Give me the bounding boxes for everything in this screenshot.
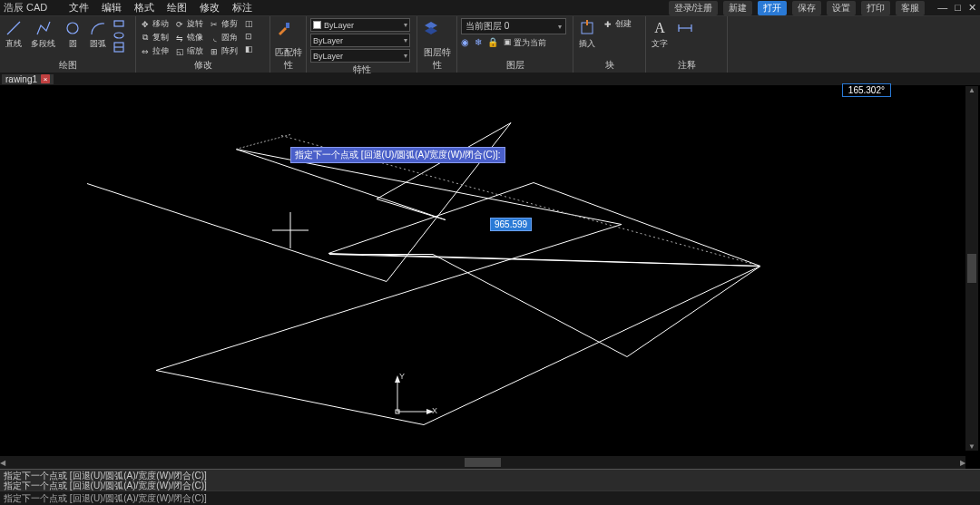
move-button[interactable]: ✥移动 — [140, 18, 169, 30]
create-label: 创建 — [615, 18, 632, 30]
line-button[interactable]: 直线 — [4, 18, 24, 52]
draw-group-label: 绘图 — [4, 58, 132, 73]
mirror-button[interactable]: ⇋镜像 — [174, 32, 203, 44]
menu-draw[interactable]: 绘图 — [167, 1, 187, 15]
circle-button[interactable]: 圆 — [63, 18, 83, 52]
drawing-svg — [0, 85, 980, 454]
insert-icon — [579, 20, 595, 36]
horizontal-scrollbar[interactable]: ◀ ▶ — [0, 456, 965, 469]
command-line[interactable]: 指定下一个点或 [回退(U)/圆弧(A)/宽度(W)/闭合(C)] 指定下一个点… — [0, 469, 980, 490]
scroll-down-icon[interactable]: ▼ — [968, 442, 975, 451]
drawing-canvas[interactable]: Y X — [0, 85, 980, 454]
arc-button[interactable]: 圆弧 — [88, 18, 108, 52]
minimize-icon[interactable]: — — [937, 2, 947, 14]
scroll-left-icon[interactable]: ◀ — [0, 459, 5, 467]
match-group-label: 匹配特性 — [274, 45, 302, 73]
current-layer-value: 当前图层 0 — [466, 20, 509, 33]
layerprops-button[interactable] — [421, 18, 441, 38]
layer-off-icon[interactable]: ◉ — [461, 37, 469, 49]
mirror-label: 镜像 — [187, 32, 203, 44]
ribbon: 直线 多段线 圆 圆弧 绘图 ✥移动 — [0, 16, 980, 73]
dropdown-icon: ▾ — [558, 23, 562, 31]
tab-close-icon[interactable]: × — [41, 74, 50, 83]
copy-button[interactable]: ⧉复制 — [140, 32, 169, 44]
app-name: 浩辰 CAD — [4, 1, 47, 15]
ribbon-group-match: 匹配特性 — [270, 16, 307, 73]
create-button[interactable]: ✚创建 — [603, 18, 632, 30]
circle-label: 圆 — [69, 38, 77, 50]
mirror-icon: ⇋ — [174, 33, 185, 44]
setcurrent-icon: ▣ — [504, 37, 512, 49]
line-label: 直线 — [5, 38, 22, 50]
color-dropdown[interactable]: ByLayer ▾ — [310, 18, 410, 32]
service-button[interactable]: 客服 — [896, 1, 925, 15]
line-icon — [5, 20, 22, 36]
scroll-right-icon[interactable]: ▶ — [960, 459, 965, 467]
maximize-icon[interactable]: □ — [955, 2, 961, 14]
setcurrent-label: 置为当前 — [514, 37, 546, 49]
scale-label: 缩放 — [187, 45, 203, 57]
rotate-button[interactable]: ⟳旋转 — [174, 18, 203, 30]
menu-modify[interactable]: 修改 — [200, 1, 220, 15]
scroll-thumb[interactable] — [465, 458, 501, 467]
set-current-button[interactable]: ▣置为当前 — [504, 37, 546, 49]
stretch-button[interactable]: ⇔拉伸 — [140, 45, 169, 57]
paintbrush-icon — [276, 20, 292, 36]
ribbon-group-insert: 插入 ✚创建 块 — [573, 16, 646, 73]
annot-group-label: 注释 — [650, 58, 723, 73]
extra1-icon[interactable]: ◫ — [243, 18, 254, 29]
menu-format[interactable]: 格式 — [134, 1, 154, 15]
ribbon-group-props: ByLayer ▾ ByLayer ▾ ByLayer ▾ 特性 — [307, 16, 417, 73]
polyline-label: 多段线 — [31, 38, 55, 50]
ribbon-group-blockprops: 图层特性 — [417, 16, 457, 73]
login-button[interactable]: 登录/注册 — [669, 1, 719, 15]
fillet-button[interactable]: ◟圆角 — [209, 32, 238, 44]
extra3-icon[interactable]: ◧ — [243, 44, 254, 54]
color-swatch-icon — [313, 21, 321, 29]
match-button[interactable] — [274, 18, 294, 38]
menu-dimension[interactable]: 标注 — [232, 1, 252, 15]
vertical-scrollbar[interactable]: ▲ ▼ — [965, 86, 978, 451]
hatch-icon[interactable] — [113, 42, 124, 53]
print-button[interactable]: 打印 — [861, 1, 890, 15]
array-button[interactable]: ⊞阵列 — [209, 45, 238, 57]
draw-mini-tools — [113, 18, 124, 53]
dimension-button[interactable] — [675, 18, 695, 38]
save-button[interactable]: 保存 — [792, 1, 821, 15]
extra2-icon[interactable]: ⊡ — [243, 31, 254, 42]
menu-edit[interactable]: 编辑 — [102, 1, 122, 15]
scale-button[interactable]: ◱缩放 — [174, 45, 203, 57]
scroll-thumb[interactable] — [967, 254, 976, 283]
move-label: 移动 — [152, 18, 169, 30]
ellipse-icon[interactable] — [113, 30, 124, 41]
status-prompt: 指定下一个点或 [回退(U)/圆弧(A)/宽度(W)/闭合(C)] — [4, 492, 207, 505]
text-button[interactable]: A 文字 — [650, 18, 670, 52]
layers-group-label: 图层 — [461, 58, 569, 73]
scroll-up-icon[interactable]: ▲ — [968, 86, 975, 94]
arc-icon — [90, 20, 106, 36]
dimension-icon — [677, 20, 693, 36]
document-tab[interactable]: rawing1 × — [2, 74, 54, 84]
title-bar: 浩辰 CAD 文件 编辑 格式 绘图 修改 标注 登录/注册 新建 打开 保存 … — [0, 0, 980, 16]
close-icon[interactable]: ✕ — [968, 2, 976, 14]
rect-icon[interactable] — [113, 18, 124, 29]
polyline-icon — [35, 20, 52, 36]
layer-freeze-icon[interactable]: ❄ — [475, 37, 482, 49]
linetype-dropdown[interactable]: ByLayer ▾ — [310, 34, 410, 47]
new-button[interactable]: 新建 — [723, 1, 752, 15]
svg-line-15 — [236, 135, 290, 150]
insert-button[interactable]: 插入 — [577, 18, 597, 52]
main-menu: 文件 编辑 格式 绘图 修改 标注 — [69, 1, 252, 15]
trim-label: 修剪 — [221, 18, 238, 30]
open-button[interactable]: 打开 — [758, 1, 787, 15]
linetype-value: ByLayer — [313, 36, 343, 45]
menu-file[interactable]: 文件 — [69, 1, 89, 15]
blockprops-group-label: 图层特性 — [421, 45, 453, 73]
scale-icon: ◱ — [174, 46, 185, 57]
settings-button[interactable]: 设置 — [827, 1, 856, 15]
trim-button[interactable]: ✂修剪 — [209, 18, 238, 30]
layer-lock-icon[interactable]: 🔒 — [487, 37, 498, 49]
polyline-button[interactable]: 多段线 — [29, 18, 57, 52]
lineweight-dropdown[interactable]: ByLayer ▾ — [310, 49, 410, 63]
current-layer-dropdown[interactable]: 当前图层 0 ▾ — [461, 18, 566, 34]
